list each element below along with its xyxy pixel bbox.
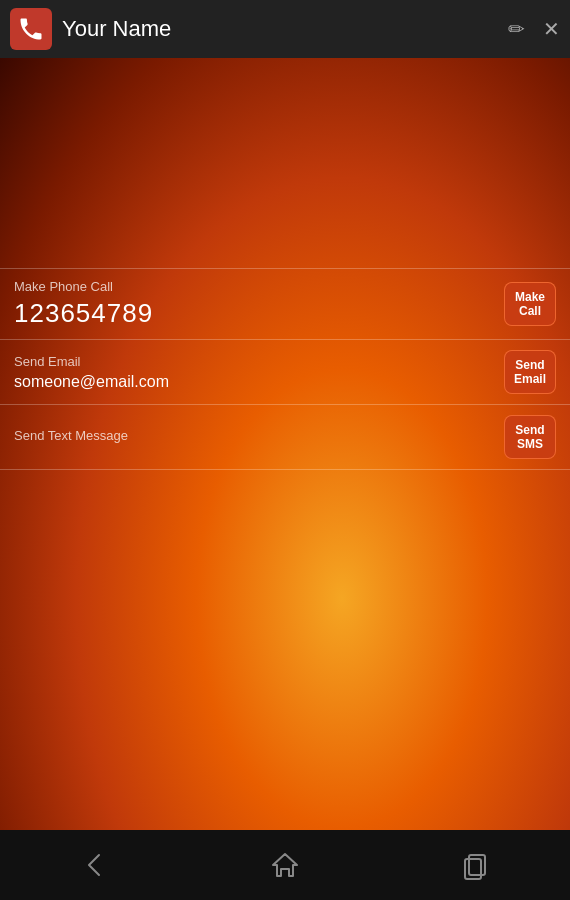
title-bar: Your Name ✏ ✕ — [0, 0, 570, 58]
send-email-button-line1: Send — [515, 358, 544, 372]
app-icon — [10, 8, 52, 50]
send-email-button-line2: Email — [514, 372, 546, 386]
send-sms-button-line1: Send — [515, 423, 544, 437]
phone-row: Make Phone Call 123654789 Make Call — [0, 269, 570, 339]
send-sms-button-line2: SMS — [517, 437, 543, 451]
send-sms-button[interactable]: Send SMS — [504, 415, 556, 459]
sms-info: Send Text Message — [14, 428, 504, 447]
contact-name: Your Name — [62, 16, 508, 42]
recent-apps-button[interactable] — [445, 845, 505, 885]
email-value: someone@email.com — [14, 373, 494, 391]
home-icon — [269, 849, 301, 881]
sms-label: Send Text Message — [14, 428, 494, 443]
email-row: Send Email someone@email.com Send Email — [0, 340, 570, 404]
make-call-button[interactable]: Make Call — [504, 282, 556, 326]
email-info: Send Email someone@email.com — [14, 354, 504, 391]
recent-apps-icon — [459, 849, 491, 881]
make-call-button-line1: Make — [515, 290, 545, 304]
back-icon — [79, 849, 111, 881]
main-content: Make Phone Call 123654789 Make Call Send… — [0, 58, 570, 830]
sms-row: Send Text Message Send SMS — [0, 405, 570, 469]
title-bar-actions: ✏ ✕ — [508, 17, 560, 41]
close-icon[interactable]: ✕ — [543, 17, 560, 41]
edit-icon[interactable]: ✏ — [508, 17, 525, 41]
email-label: Send Email — [14, 354, 494, 369]
divider-sms-bottom — [0, 469, 570, 470]
home-button[interactable] — [255, 845, 315, 885]
phone-people-icon — [17, 15, 45, 43]
phone-info: Make Phone Call 123654789 — [14, 279, 504, 329]
phone-label: Make Phone Call — [14, 279, 494, 294]
svg-marker-0 — [273, 854, 297, 876]
back-button[interactable] — [65, 845, 125, 885]
contact-sections: Make Phone Call 123654789 Make Call Send… — [0, 268, 570, 830]
photo-area — [0, 58, 570, 268]
nav-bar — [0, 830, 570, 900]
send-email-button[interactable]: Send Email — [504, 350, 556, 394]
phone-value: 123654789 — [14, 298, 494, 329]
make-call-button-line2: Call — [519, 304, 541, 318]
